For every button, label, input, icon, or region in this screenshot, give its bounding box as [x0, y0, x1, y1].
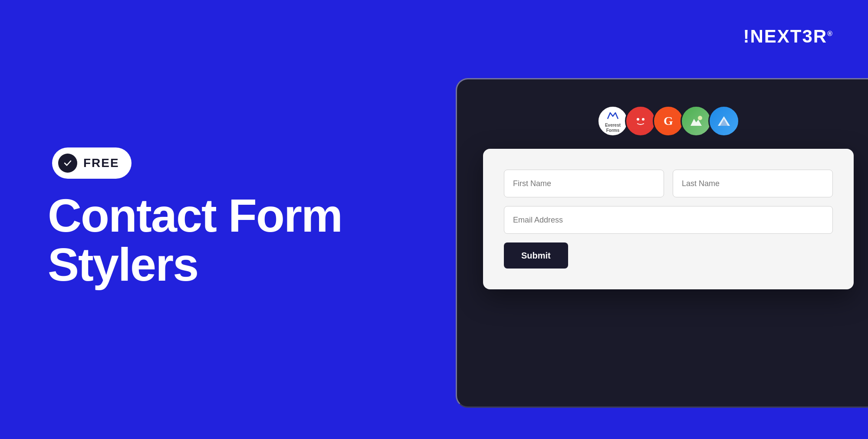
- free-label: FREE: [83, 156, 119, 170]
- nexter-logo: !NEXT3R®: [743, 26, 834, 47]
- last-name-input[interactable]: [673, 170, 833, 197]
- svg-point-1: [637, 118, 639, 121]
- main-heading: Contact Form Stylers: [48, 191, 342, 289]
- email-input[interactable]: [504, 206, 833, 234]
- everest-label: EverestForms: [605, 123, 621, 133]
- heading-line1: Contact Form: [48, 191, 342, 240]
- submit-button[interactable]: Submit: [504, 242, 568, 269]
- plugin-icon-everest: EverestForms: [597, 105, 628, 137]
- svg-point-3: [698, 116, 702, 120]
- first-name-input[interactable]: [504, 170, 664, 197]
- heading-line2: Stylers: [48, 240, 342, 289]
- device-mockup: EverestForms G: [456, 78, 868, 408]
- name-row: [504, 170, 833, 197]
- free-badge: FREE: [52, 147, 132, 179]
- plugin-icon-red: [625, 105, 656, 137]
- plugin-icon-orange: G: [653, 105, 684, 137]
- svg-point-2: [642, 118, 644, 121]
- plugin-icon-blue: [708, 105, 740, 137]
- plugin-icon-green: [681, 105, 712, 137]
- check-icon: [58, 154, 77, 173]
- svg-point-0: [633, 113, 648, 129]
- device-frame: EverestForms G: [456, 78, 868, 408]
- logo-text: !NEXT3R: [743, 26, 828, 46]
- form-card: Submit: [483, 149, 854, 289]
- plugin-icons-row: EverestForms G: [597, 105, 740, 137]
